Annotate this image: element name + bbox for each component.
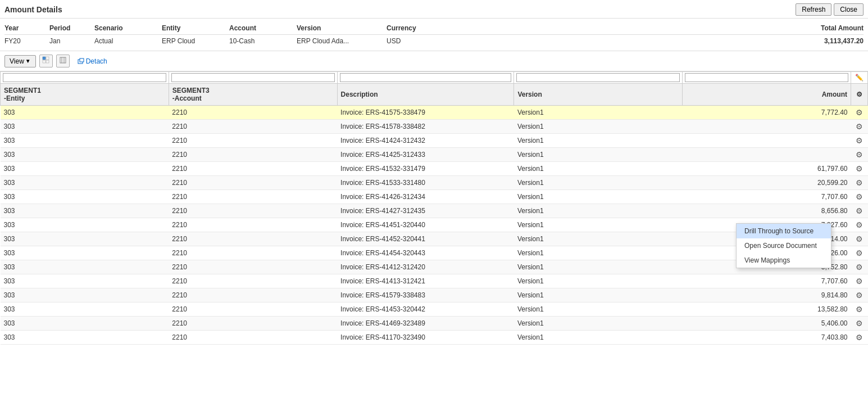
cell-version: Version1 [514, 204, 683, 218]
filter-version-input[interactable] [516, 73, 680, 82]
cell-version: Version1 [514, 302, 683, 317]
table-row: 3032210Invoice: ERS-41453-320442Version1… [1, 302, 868, 317]
cell-gear[interactable]: ⚙ [851, 331, 868, 345]
cell-gear[interactable]: ⚙ [851, 176, 868, 190]
filter-segment1[interactable] [1, 72, 169, 84]
cell-segment1: 303 [1, 302, 169, 317]
row-gear-icon[interactable]: ⚙ [856, 206, 863, 215]
cell-amount: 20,599.20 [683, 176, 851, 190]
cell-gear[interactable]: ⚙ [851, 120, 868, 134]
total-amount-header: Total Amount [454, 24, 864, 32]
cell-gear[interactable]: ⚙ [851, 134, 868, 148]
filter-segment1-input[interactable] [3, 73, 166, 82]
cell-description: Invoice: ERS-41469-323489 [337, 317, 514, 331]
row-gear-icon[interactable]: ⚙ [856, 136, 863, 145]
cell-segment3: 2210 [169, 260, 337, 274]
row-gear-icon[interactable]: ⚙ [856, 234, 863, 243]
filter-amount-input[interactable] [685, 73, 848, 82]
row-gear-icon[interactable]: ⚙ [856, 305, 863, 314]
cell-description: Invoice: ERS-41452-320441 [337, 232, 514, 246]
cell-gear[interactable]: ⚙ [851, 317, 868, 331]
context-menu-item-open-source[interactable]: Open Source Document [737, 238, 831, 253]
cell-segment1: 303 [1, 134, 169, 148]
filter-description[interactable] [337, 72, 514, 84]
cell-version: Version1 [514, 274, 683, 288]
currency-value: USD [387, 37, 454, 45]
row-gear-icon[interactable]: ⚙ [856, 333, 863, 342]
cell-gear[interactable]: ⚙ [851, 162, 868, 176]
row-gear-icon[interactable]: ⚙ [856, 220, 863, 229]
col-segment1[interactable]: SEGMENT1 -Entity [1, 84, 169, 106]
close-button[interactable]: Close [834, 3, 864, 16]
entity-value: ERP Cloud [162, 37, 229, 45]
cell-version: Version1 [514, 190, 683, 204]
svg-rect-2 [43, 60, 46, 63]
row-gear-icon[interactable]: ⚙ [856, 249, 863, 258]
view-button[interactable]: View ▼ [4, 55, 36, 67]
filter-row: ✏️ [1, 72, 868, 84]
cell-gear[interactable]: ⚙ [851, 260, 868, 274]
col-amount[interactable]: Amount [683, 84, 851, 106]
filter-segment3-input[interactable] [171, 73, 335, 82]
cell-gear[interactable]: ⚙ [851, 288, 868, 302]
cell-description: Invoice: ERS-41412-312420 [337, 260, 514, 274]
export-icon-button[interactable] [56, 55, 70, 67]
context-menu-item-view-mappings[interactable]: View Mappings [737, 253, 831, 268]
cell-segment1: 303 [1, 106, 169, 120]
gear-header-icon[interactable]: ⚙ [856, 91, 862, 98]
year-value: FY20 [4, 37, 49, 45]
cell-gear[interactable]: ⚙ [851, 106, 868, 120]
svg-rect-1 [46, 57, 49, 60]
cell-gear[interactable]: ⚙ [851, 204, 868, 218]
cell-gear[interactable]: ⚙ [851, 274, 868, 288]
cell-segment1: 303 [1, 190, 169, 204]
summary-header: Year Period Scenario Entity Account Vers… [4, 22, 864, 35]
cell-gear[interactable]: ⚙ [851, 302, 868, 317]
cell-amount: 7,707.60 [683, 190, 851, 204]
detach-button[interactable]: Detach [73, 56, 112, 67]
row-gear-icon[interactable]: ⚙ [856, 263, 863, 272]
table-row: 3032210Invoice: ERS-41425-312433Version1… [1, 148, 868, 162]
row-gear-icon[interactable]: ⚙ [856, 108, 863, 117]
cell-gear[interactable]: ⚙ [851, 232, 868, 246]
cell-amount: 7,772.40 [683, 106, 851, 120]
col-segment3[interactable]: SEGMENT3 -Account [169, 84, 337, 106]
refresh-button[interactable]: Refresh [796, 3, 831, 16]
table-row: 3032210Invoice: ERS-41578-338482Version1… [1, 120, 868, 134]
cell-segment3: 2210 [169, 162, 337, 176]
table-container[interactable]: ✏️ SEGMENT1 -Entity SEGMENT3 -Account De… [0, 71, 868, 392]
col-description[interactable]: Description [337, 84, 514, 106]
table-row: 3032210Invoice: ERS-41532-331479Version1… [1, 162, 868, 176]
freeze-icon-button[interactable] [39, 55, 53, 67]
cell-gear[interactable]: ⚙ [851, 190, 868, 204]
filter-segment3[interactable] [169, 72, 337, 84]
summary-row: FY20 Jan Actual ERP Cloud 10-Cash ERP Cl… [4, 35, 864, 47]
filter-description-input[interactable] [340, 73, 512, 82]
scenario-header: Scenario [94, 24, 162, 32]
cell-gear[interactable]: ⚙ [851, 246, 868, 260]
filter-amount[interactable] [683, 72, 851, 84]
cell-segment3: 2210 [169, 302, 337, 317]
cell-description: Invoice: ERS-41425-312433 [337, 148, 514, 162]
version-header: Version [297, 24, 387, 32]
row-gear-icon[interactable]: ⚙ [856, 291, 863, 300]
cell-amount: 7,707.60 [683, 274, 851, 288]
row-gear-icon[interactable]: ⚙ [856, 150, 863, 159]
cell-segment3: 2210 [169, 204, 337, 218]
context-menu-item-drill-through[interactable]: Drill Through to Source [737, 224, 831, 238]
row-gear-icon[interactable]: ⚙ [856, 319, 863, 328]
row-gear-icon[interactable]: ⚙ [856, 277, 863, 286]
filter-version[interactable] [514, 72, 683, 84]
cell-amount: 13,582.80 [683, 302, 851, 317]
page-title: Amount Details [4, 5, 62, 14]
cell-description: Invoice: ERS-41533-331480 [337, 176, 514, 190]
row-gear-icon[interactable]: ⚙ [856, 122, 863, 131]
cell-gear[interactable]: ⚙ [851, 148, 868, 162]
row-gear-icon[interactable]: ⚙ [856, 164, 863, 173]
svg-rect-4 [60, 57, 66, 63]
cell-gear[interactable]: ⚙ [851, 218, 868, 232]
row-gear-icon[interactable]: ⚙ [856, 192, 863, 201]
row-gear-icon[interactable]: ⚙ [856, 178, 863, 187]
table-row: 3032210Invoice: ERS-41469-323489Version1… [1, 317, 868, 331]
col-version[interactable]: Version [514, 84, 683, 106]
